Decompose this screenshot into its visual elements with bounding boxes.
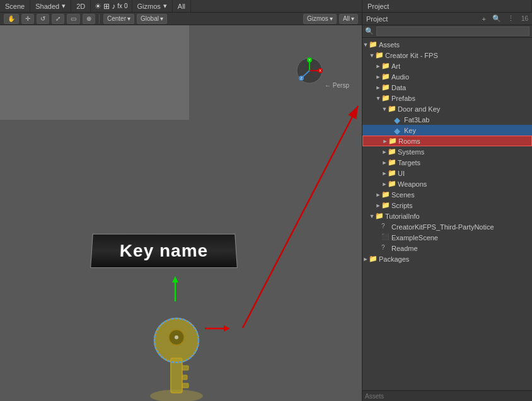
scene-viewport[interactable]: Key name: [0, 25, 362, 401]
scene-panel: ✋ ✛ ↺ ⤢ ▭ ⊕ Center▾ Global▾ Gizmos▾ All▾: [0, 13, 362, 401]
prefab-icon: ◆: [394, 126, 403, 135]
tree-item-systems[interactable]: ►📁Systems: [362, 146, 532, 157]
2d-button[interactable]: 2D: [71, 0, 91, 12]
toolbar-divider: [99, 15, 100, 23]
tree-item-data[interactable]: ►📁Data: [362, 82, 532, 93]
fx-icon[interactable]: fx: [117, 3, 122, 9]
all-label: All: [178, 3, 185, 10]
project-label: Project: [367, 3, 389, 10]
transform-tool[interactable]: ⊕: [83, 14, 95, 24]
project-tree: ▼📁Assets▼📁Creator Kit - FPS►📁Art►📁Audio►…: [362, 38, 532, 390]
tree-arrow: ▼: [369, 52, 375, 59]
add-folder-button[interactable]: +: [480, 15, 487, 23]
tree-arrow: ►: [381, 170, 388, 177]
project-tab[interactable]: Project: [362, 0, 532, 12]
folder-icon: 📁: [388, 180, 396, 189]
shading-label: Shaded: [35, 3, 59, 10]
search-filter-btn[interactable]: All▾: [339, 14, 358, 24]
options-button[interactable]: ⋮: [506, 14, 516, 23]
search-icon: 🔍: [365, 27, 374, 35]
toolbar-icons: ☀ ⊞ ♪ fx 0: [91, 0, 132, 12]
tree-item-label: Scenes: [391, 191, 415, 199]
tree-item-readme[interactable]: ?Readme: [362, 243, 532, 253]
tree-item-packages[interactable]: ►📁Packages: [362, 253, 532, 264]
folder-icon: 📁: [381, 201, 390, 210]
project-search-input[interactable]: [376, 26, 529, 36]
all-filter[interactable]: All: [173, 0, 191, 12]
tree-item-scripts[interactable]: ►📁Scripts: [362, 200, 532, 211]
light-icon[interactable]: ☀: [95, 2, 101, 11]
tree-item-door-and-key[interactable]: ▼📁Door and Key: [362, 103, 532, 114]
project-tab-label[interactable]: Project: [366, 15, 388, 23]
tree-item-label: ExampleScene: [391, 234, 438, 241]
tree-item-rooms[interactable]: ►📁Rooms: [362, 136, 532, 146]
tree-item-prefabs[interactable]: ▼📁Prefabs: [362, 93, 532, 103]
tree-item-creatorkitfps[interactable]: ?CreatorKitFPS_Third-PartyNotice: [362, 221, 532, 232]
folder-icon: 📁: [381, 62, 390, 71]
audio-icon[interactable]: ♪: [112, 2, 115, 11]
grid-background: [0, 25, 189, 120]
svg-rect-1: [0, 25, 189, 120]
shading-dropdown[interactable]: Shaded ▾: [30, 0, 71, 12]
tree-item-label: Audio: [391, 73, 409, 81]
folder-icon: 📁: [388, 158, 396, 167]
tree-item-label: Fat3Lab: [404, 116, 429, 124]
tree-item-label: Key: [404, 127, 416, 134]
folder-icon: 📁: [381, 73, 390, 81]
tree-item-label: Creator Kit - FPS: [385, 52, 438, 59]
folder-icon: 📁: [375, 212, 384, 221]
global-dropdown[interactable]: Global▾: [137, 14, 167, 24]
key-object: [142, 303, 211, 401]
scene-tab[interactable]: Scene: [0, 0, 30, 12]
txt-icon: ?: [381, 244, 390, 253]
tree-item-label: Scripts: [391, 202, 413, 209]
tree-item-label: Targets: [398, 159, 420, 166]
folder-icon: 📁: [381, 94, 390, 103]
scale-tool[interactable]: ⤢: [52, 14, 64, 24]
folder-icon: 📁: [381, 83, 390, 92]
tree-item-key[interactable]: ◆Key: [362, 125, 532, 136]
tree-item-targets[interactable]: ►📁Targets: [362, 157, 532, 168]
tree-arrow: ►: [375, 192, 381, 198]
tree-item-ui[interactable]: ►📁UI: [362, 168, 532, 178]
svg-point-15: [175, 335, 178, 339]
tree-arrow: ►: [381, 160, 388, 166]
tree-arrow: ►: [381, 181, 388, 187]
svg-text:X: X: [319, 69, 321, 73]
gizmos-label: Gizmos: [137, 3, 161, 10]
tree-arrow: ▼: [362, 42, 369, 48]
hand-tool[interactable]: ✋: [4, 14, 19, 24]
tree-item-scenes[interactable]: ►📁Scenes: [362, 189, 532, 200]
tree-item-label: TutorialInfo: [385, 212, 420, 220]
rect-tool[interactable]: ▭: [67, 14, 80, 24]
move-up-arrow: [171, 276, 179, 306]
tree-item-tutorialinfo[interactable]: ▼📁TutorialInfo: [362, 211, 532, 221]
txt-icon: ?: [381, 223, 390, 231]
tree-item-art[interactable]: ►📁Art: [362, 61, 532, 71]
move-tool[interactable]: ✛: [21, 14, 34, 24]
tree-item-fat3lab[interactable]: ◆Fat3Lab: [362, 114, 532, 125]
prefab-icon: ◆: [394, 115, 403, 124]
tree-arrow: ▼: [381, 106, 388, 112]
stats-icon[interactable]: 0: [124, 3, 128, 9]
scene-label: Scene: [5, 3, 25, 10]
tree-item-weapons[interactable]: ►📁Weapons: [362, 178, 532, 189]
tree-item-audio[interactable]: ►📁Audio: [362, 71, 532, 82]
gizmos-dropdown[interactable]: Gizmos ▾: [132, 0, 173, 12]
pivot-dropdown[interactable]: Center▾: [103, 14, 134, 24]
folder-icon: 📁: [388, 148, 396, 156]
tree-item-label: CreatorKitFPS_Third-PartyNotice: [391, 223, 494, 231]
tree-arrow: ►: [381, 149, 388, 155]
grid-icon[interactable]: ⊞: [103, 2, 110, 11]
tree-item-creator-kit[interactable]: ▼📁Creator Kit - FPS: [362, 50, 532, 61]
svg-marker-17: [172, 276, 178, 282]
scene-icon: ⬛: [381, 233, 390, 242]
rotate-tool[interactable]: ↺: [37, 14, 49, 24]
folder-icon: 📁: [375, 51, 384, 60]
search-button[interactable]: 🔍: [490, 14, 503, 23]
tree-item-examplescene[interactable]: ⬛ExampleScene: [362, 232, 532, 243]
tree-item-assets[interactable]: ▼📁Assets: [362, 39, 532, 50]
gizmos-toolbar-dropdown[interactable]: Gizmos▾: [303, 14, 337, 24]
tree-item-label: Rooms: [398, 137, 420, 145]
folder-icon: 📁: [369, 40, 378, 49]
